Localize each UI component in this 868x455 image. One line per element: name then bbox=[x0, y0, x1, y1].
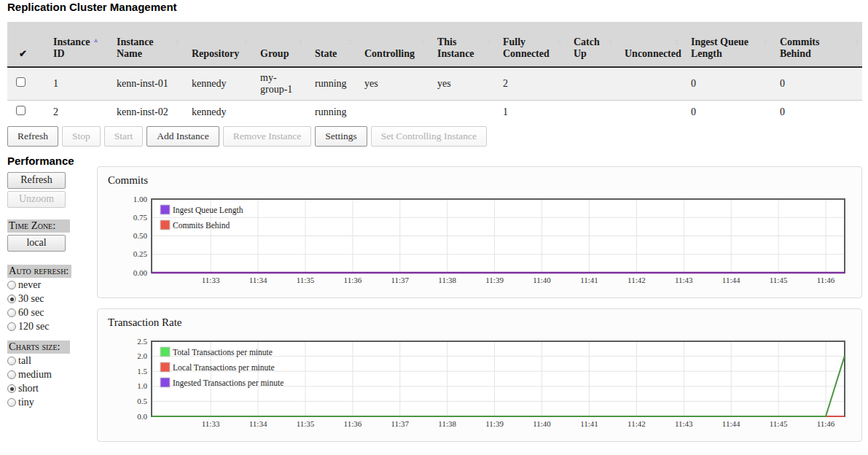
radio-icon[interactable] bbox=[7, 384, 16, 393]
legend-swatch bbox=[160, 347, 170, 357]
radio-icon[interactable] bbox=[7, 398, 16, 407]
cell-catch-up bbox=[565, 67, 616, 100]
settings-button[interactable]: Settings bbox=[315, 126, 367, 147]
radio-icon[interactable] bbox=[7, 308, 16, 317]
charts-size-option-tall[interactable]: tall bbox=[7, 354, 93, 368]
legend-swatch bbox=[160, 205, 170, 214]
legend-label: Ingest Queue Length bbox=[173, 206, 243, 215]
x-tick-label: 11:46 bbox=[817, 419, 835, 428]
set-controlling-instance-button: Set Controlling Instance bbox=[371, 126, 487, 147]
x-tick-label: 11:44 bbox=[722, 419, 740, 428]
col-header-catch-up[interactable]: Catch Up▲▼ bbox=[565, 22, 616, 67]
cell-repository: kennedy bbox=[183, 100, 251, 124]
col-header-this-instance[interactable]: This Instance▲▼ bbox=[429, 22, 494, 67]
table-row: 1 kenn-inst-01 kennedy my-group-1 runnin… bbox=[7, 67, 862, 100]
add-instance-button[interactable]: Add Instance bbox=[146, 126, 219, 147]
transaction-rate-chart[interactable]: 11:3311:3411:3511:3611:3711:3811:3911:40… bbox=[120, 338, 852, 434]
row-checkbox-cell bbox=[7, 67, 44, 100]
y-tick-label: 1.00 bbox=[133, 196, 148, 203]
sort-icon: ▲▼ bbox=[763, 38, 768, 47]
auto-refresh-option-120-sec[interactable]: 120 sec bbox=[7, 319, 93, 333]
legend-swatch bbox=[160, 362, 170, 372]
col-header-group[interactable]: Group▲▼ bbox=[251, 22, 306, 67]
commits-chart[interactable]: 11:3311:3411:3511:3611:3711:3811:3911:40… bbox=[120, 196, 852, 290]
sort-icon: ▲▼ bbox=[854, 38, 859, 47]
x-tick-label: 11:42 bbox=[627, 276, 646, 284]
x-tick-label: 11:34 bbox=[249, 276, 267, 284]
x-tick-label: 11:38 bbox=[438, 276, 456, 284]
legend-item: Local Transactions per minute bbox=[160, 362, 275, 373]
col-header-fully-connected[interactable]: Fully Connected▲▼ bbox=[494, 22, 565, 67]
performance-heading: Performance bbox=[7, 155, 74, 167]
col-header-instance-name[interactable]: Instance Name▲▼ bbox=[108, 22, 183, 67]
cell-fully-connected: 2 bbox=[494, 67, 565, 100]
cell-instance-id: 1 bbox=[44, 67, 108, 100]
legend-label: Ingested Transactions per minute bbox=[173, 378, 284, 388]
cell-instance-id: 2 bbox=[44, 100, 108, 124]
col-header-unconnected[interactable]: Unconnected▲▼ bbox=[616, 22, 682, 67]
start-button: Start bbox=[104, 126, 144, 147]
y-tick-label: 0.5 bbox=[137, 397, 147, 405]
legend-swatch bbox=[160, 378, 170, 387]
auto-refresh-option-60-sec[interactable]: 60 sec bbox=[7, 306, 93, 319]
col-header-commits-behind[interactable]: Commits Behind▲▼ bbox=[771, 22, 862, 67]
commits-chart-card: Commits 11:3311:3411:3511:3611:3711:3811… bbox=[97, 166, 862, 298]
x-tick-label: 11:39 bbox=[485, 419, 504, 428]
cell-repository: kennedy bbox=[183, 67, 251, 100]
col-header-ingest-queue-length[interactable]: Ingest Queue Length▲▼ bbox=[682, 22, 771, 67]
cell-unconnected bbox=[616, 100, 682, 124]
x-tick-label: 11:39 bbox=[485, 276, 504, 284]
x-tick-label: 11:43 bbox=[675, 276, 693, 284]
x-tick-label: 11:41 bbox=[580, 276, 598, 284]
cell-this-instance: yes bbox=[429, 67, 494, 100]
chart-title: Commits bbox=[108, 174, 148, 187]
sort-ascending-icon: ▲ bbox=[93, 36, 99, 44]
x-tick-label: 11:45 bbox=[770, 276, 788, 284]
cell-this-instance bbox=[429, 100, 494, 124]
auto-refresh-option-never[interactable]: never bbox=[7, 278, 93, 292]
charts-size-option-short[interactable]: short bbox=[7, 381, 93, 395]
transaction-rate-chart-card: Transaction Rate 11:3311:3411:3511:3611:… bbox=[97, 308, 862, 442]
perf-refresh-button[interactable]: Refresh bbox=[7, 172, 66, 189]
timezone-button[interactable]: local bbox=[7, 235, 66, 252]
select-all-checkmark-icon: ✔ bbox=[19, 48, 27, 59]
y-tick-label: 2.5 bbox=[137, 338, 147, 346]
col-header-repository[interactable]: Repository▲▼ bbox=[183, 22, 251, 67]
stop-button: Stop bbox=[62, 126, 101, 147]
radio-icon[interactable] bbox=[7, 322, 16, 331]
row-checkbox[interactable] bbox=[16, 106, 26, 115]
auto-refresh-option-30-sec[interactable]: 30 sec bbox=[7, 292, 93, 306]
performance-sidebar: Refresh Unzoom Time Zone: local Auto ref… bbox=[7, 172, 93, 409]
legend-item: Ingest Queue Length bbox=[160, 205, 243, 215]
cell-controlling bbox=[356, 100, 429, 124]
cell-state: running bbox=[306, 67, 356, 100]
charts-size-option-tiny[interactable]: tiny bbox=[7, 395, 93, 409]
x-tick-label: 11:36 bbox=[344, 276, 362, 284]
chart-plot[interactable]: 11:3311:3411:3511:3611:3711:3811:3911:40… bbox=[120, 338, 852, 431]
cell-ingest-queue-length: 0 bbox=[682, 100, 771, 124]
y-tick-label: 0.00 bbox=[133, 268, 148, 277]
radio-icon[interactable] bbox=[7, 357, 16, 365]
radio-icon[interactable] bbox=[7, 370, 16, 379]
cell-instance-name: kenn-inst-02 bbox=[108, 100, 183, 124]
table-header-row: ✔ Instance ID▲ Instance Name▲▼ Repositor… bbox=[7, 22, 862, 67]
auto-refresh-label: Auto refresh: bbox=[7, 265, 71, 278]
legend-label: Total Transactions per minute bbox=[173, 348, 273, 357]
y-tick-label: 0.25 bbox=[133, 249, 148, 258]
legend-item: Total Transactions per minute bbox=[160, 347, 273, 357]
radio-icon[interactable] bbox=[7, 281, 16, 289]
chart-plot[interactable]: 11:3311:3411:3511:3611:3711:3811:3911:40… bbox=[120, 196, 852, 287]
x-tick-label: 11:33 bbox=[202, 419, 220, 428]
y-tick-label: 1.5 bbox=[137, 367, 147, 376]
charts-size-option-medium[interactable]: medium bbox=[7, 368, 93, 381]
col-header-instance-id[interactable]: Instance ID▲ bbox=[44, 22, 108, 67]
col-header-controlling[interactable]: Controlling▲▼ bbox=[356, 22, 429, 67]
cell-catch-up bbox=[565, 100, 616, 124]
radio-icon[interactable] bbox=[7, 295, 16, 303]
y-tick-label: 2.0 bbox=[137, 351, 147, 360]
col-header-select[interactable]: ✔ bbox=[7, 22, 44, 67]
refresh-button[interactable]: Refresh bbox=[7, 126, 58, 147]
row-checkbox[interactable] bbox=[16, 77, 26, 87]
col-header-state[interactable]: State▲▼ bbox=[306, 22, 356, 67]
legend-label: Local Transactions per minute bbox=[173, 363, 275, 373]
